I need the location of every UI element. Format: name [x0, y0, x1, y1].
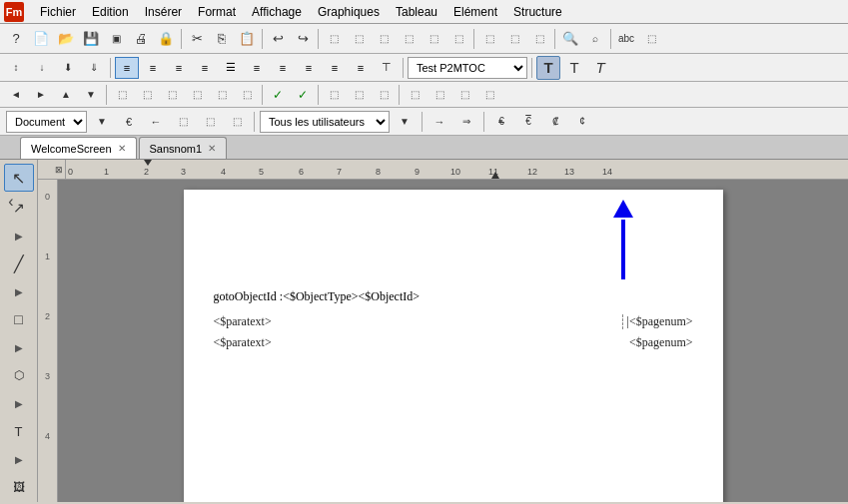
layer3[interactable]: ⬚: [372, 83, 396, 107]
para-spacing4[interactable]: ⇓: [82, 56, 106, 80]
image-tool[interactable]: 🖼: [4, 473, 34, 501]
flow-arrow-down[interactable]: ▼: [90, 110, 114, 134]
euro-icon[interactable]: €: [117, 110, 141, 134]
menu-inserer[interactable]: Insérer: [137, 3, 190, 21]
menu-fichier[interactable]: Fichier: [32, 3, 84, 21]
nav-up[interactable]: ▲: [54, 83, 78, 107]
align-right2-button[interactable]: ≡: [271, 57, 295, 79]
users-arrow[interactable]: ▼: [393, 110, 417, 134]
help-button[interactable]: ?: [4, 27, 28, 51]
tab-sansnom1[interactable]: Sansnom1 ✕: [139, 137, 228, 159]
flow-b2[interactable]: ⬚: [198, 110, 222, 134]
curr1[interactable]: €: [489, 110, 513, 134]
undo-button[interactable]: ↩: [266, 27, 290, 51]
tab-sansnom1-close[interactable]: ✕: [208, 144, 216, 154]
filter3[interactable]: ⬚: [452, 83, 476, 107]
tool-expand5[interactable]: ▶: [7, 447, 31, 471]
tool-expand4[interactable]: ▶: [7, 391, 31, 415]
elem6[interactable]: ⬚: [235, 83, 259, 107]
tab-welcomescreen[interactable]: WelcomeScreen ✕: [20, 137, 137, 159]
check1[interactable]: ✓: [266, 83, 290, 107]
style-dropdown[interactable]: Test P2MTOC: [408, 57, 527, 79]
menu-edition[interactable]: Edition: [84, 3, 137, 21]
save-button[interactable]: 💾: [79, 27, 103, 51]
text-style3-button[interactable]: T: [588, 56, 612, 80]
document-dropdown[interactable]: Document: [6, 111, 87, 133]
align-right-button[interactable]: ≡: [245, 57, 269, 79]
new-button[interactable]: 📄: [29, 27, 53, 51]
spelling-button[interactable]: abc: [614, 27, 638, 51]
filter2[interactable]: ⬚: [427, 83, 451, 107]
tb5[interactable]: ⬚: [372, 27, 396, 51]
text-bold-button[interactable]: T: [536, 56, 560, 80]
align-justify2-button[interactable]: ≡: [349, 57, 373, 79]
flow-b3[interactable]: ⬚: [225, 110, 249, 134]
tool-expand1[interactable]: ▶: [7, 224, 31, 248]
menu-structure[interactable]: Structure: [505, 3, 570, 21]
copy-button[interactable]: ⎘: [210, 27, 234, 51]
tb12[interactable]: ⬚: [639, 27, 663, 51]
open-button[interactable]: 📂: [54, 27, 78, 51]
filter4[interactable]: ⬚: [477, 83, 501, 107]
text-tool[interactable]: T: [4, 417, 34, 445]
cut-button[interactable]: ✂: [185, 27, 209, 51]
flow-nav1[interactable]: →: [427, 110, 451, 134]
save2-button[interactable]: ▣: [104, 27, 128, 51]
users-dropdown[interactable]: Tous les utilisateurs: [260, 111, 390, 133]
filter1[interactable]: ⬚: [403, 83, 426, 107]
menu-element[interactable]: Elément: [445, 3, 505, 21]
search-button[interactable]: 🔍: [558, 27, 582, 51]
elem2[interactable]: ⬚: [135, 83, 159, 107]
tb8[interactable]: ⬚: [446, 27, 470, 51]
tab-welcomescreen-close[interactable]: ✕: [118, 144, 126, 154]
select-tool[interactable]: ↖: [4, 164, 34, 192]
para-spacing3[interactable]: ⬇: [56, 56, 80, 80]
tb11[interactable]: ⬚: [527, 27, 551, 51]
panel-toggle[interactable]: ‹: [4, 192, 18, 212]
hex-tool[interactable]: ⬡: [4, 361, 34, 389]
text-italic-button[interactable]: T: [562, 56, 586, 80]
tool-expand3[interactable]: ▶: [7, 335, 31, 359]
flow-nav2[interactable]: ⇒: [454, 110, 478, 134]
tb6[interactable]: ⬚: [397, 27, 421, 51]
nav-right[interactable]: ►: [29, 83, 53, 107]
menu-affichage[interactable]: Affichage: [244, 3, 310, 21]
align-left-button[interactable]: ≡: [115, 57, 139, 79]
flow-back[interactable]: ←: [144, 110, 168, 134]
elem4[interactable]: ⬚: [185, 83, 209, 107]
nav-down[interactable]: ▼: [79, 83, 103, 107]
tb3[interactable]: ⬚: [322, 27, 346, 51]
canvas-scroll[interactable]: 0 1 2 3 4: [38, 180, 848, 502]
align-top-button[interactable]: ⊤: [375, 57, 399, 79]
elem5[interactable]: ⬚: [210, 83, 234, 107]
tb7[interactable]: ⬚: [422, 27, 445, 51]
line-tool[interactable]: ╱: [4, 250, 34, 277]
align-left4-button[interactable]: ≡: [193, 57, 217, 79]
align-left3-button[interactable]: ≡: [167, 57, 191, 79]
para-spacing1[interactable]: ↕: [4, 56, 28, 80]
curr2[interactable]: €: [516, 110, 540, 134]
para-spacing2[interactable]: ↓: [30, 56, 54, 80]
paste-button[interactable]: 📋: [235, 27, 259, 51]
print-button[interactable]: 🖨: [129, 27, 153, 51]
rect-tool[interactable]: □: [4, 305, 34, 333]
curr3[interactable]: ₡: [543, 110, 567, 134]
tool-expand2[interactable]: ▶: [7, 279, 31, 303]
menu-format[interactable]: Format: [190, 3, 244, 21]
lock-button[interactable]: 🔒: [154, 27, 178, 51]
tb10[interactable]: ⬚: [502, 27, 526, 51]
elem3[interactable]: ⬚: [160, 83, 184, 107]
layer1[interactable]: ⬚: [322, 83, 346, 107]
search2-button[interactable]: ⌕: [583, 27, 607, 51]
flow-b1[interactable]: ⬚: [171, 110, 195, 134]
redo-button[interactable]: ↪: [291, 27, 315, 51]
elem1[interactable]: ⬚: [110, 83, 134, 107]
layer2[interactable]: ⬚: [347, 83, 371, 107]
menu-graphiques[interactable]: Graphiques: [310, 3, 388, 21]
align-left2-button[interactable]: ≡: [141, 57, 165, 79]
curr4[interactable]: ¢: [570, 110, 594, 134]
tb4[interactable]: ⬚: [347, 27, 371, 51]
align-right3-button[interactable]: ≡: [297, 57, 321, 79]
align-center-button[interactable]: ☰: [219, 57, 243, 79]
tb9[interactable]: ⬚: [477, 27, 501, 51]
